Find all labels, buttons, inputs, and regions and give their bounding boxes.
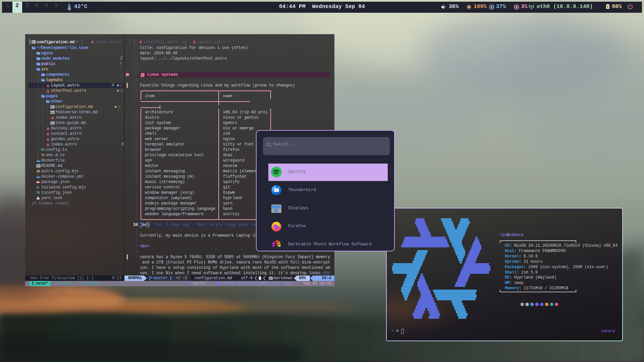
svg-text:1: 1 (142, 73, 143, 77)
